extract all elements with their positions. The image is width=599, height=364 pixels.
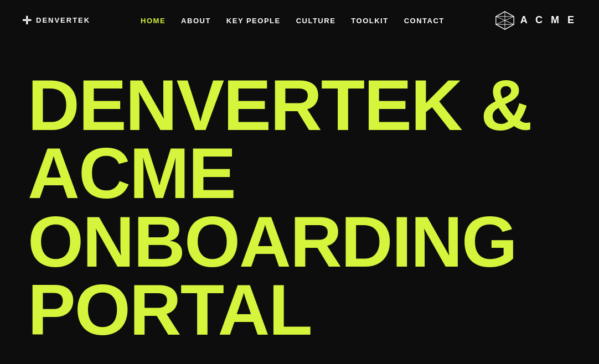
nav-item-home[interactable]: HOME [141, 15, 166, 25]
logo-icon: ✛ [22, 14, 30, 27]
hero-title-line2: ONBOARDING PORTAL [28, 201, 517, 351]
brand-logo[interactable]: ✛ DENVERTEK [22, 14, 90, 27]
nav-link-home[interactable]: HOME [141, 17, 166, 25]
nav-link-toolkit[interactable]: TOOLKIT [351, 17, 388, 25]
nav-item-contact[interactable]: CONTACT [404, 15, 445, 25]
nav-link-contact[interactable]: CONTACT [404, 17, 445, 25]
nav-links: HOME ABOUT KEY PEOPLE CULTURE TOOLKIT CO… [141, 15, 445, 25]
hero-title-line1: DENVERTEK & ACME [28, 65, 531, 214]
logo-text: DENVERTEK [36, 16, 90, 24]
acme-text: A C M E [520, 14, 577, 26]
nav-item-culture[interactable]: CULTURE [296, 15, 336, 25]
nav-item-toolkit[interactable]: TOOLKIT [351, 15, 388, 25]
nav-link-key-people[interactable]: KEY PEOPLE [226, 17, 281, 25]
navbar: ✛ DENVERTEK HOME ABOUT KEY PEOPLE CULTUR… [0, 0, 599, 40]
nav-item-about[interactable]: ABOUT [181, 15, 211, 25]
nav-link-culture[interactable]: CULTURE [296, 17, 336, 25]
nav-link-about[interactable]: ABOUT [181, 17, 211, 25]
nav-item-key-people[interactable]: KEY PEOPLE [226, 15, 281, 25]
hero-title: DENVERTEK & ACME ONBOARDING PORTAL [28, 71, 571, 345]
acme-logo: A C M E [495, 11, 577, 30]
acme-gem-icon [495, 11, 515, 30]
hero-section: DENVERTEK & ACME ONBOARDING PORTAL [0, 40, 599, 364]
